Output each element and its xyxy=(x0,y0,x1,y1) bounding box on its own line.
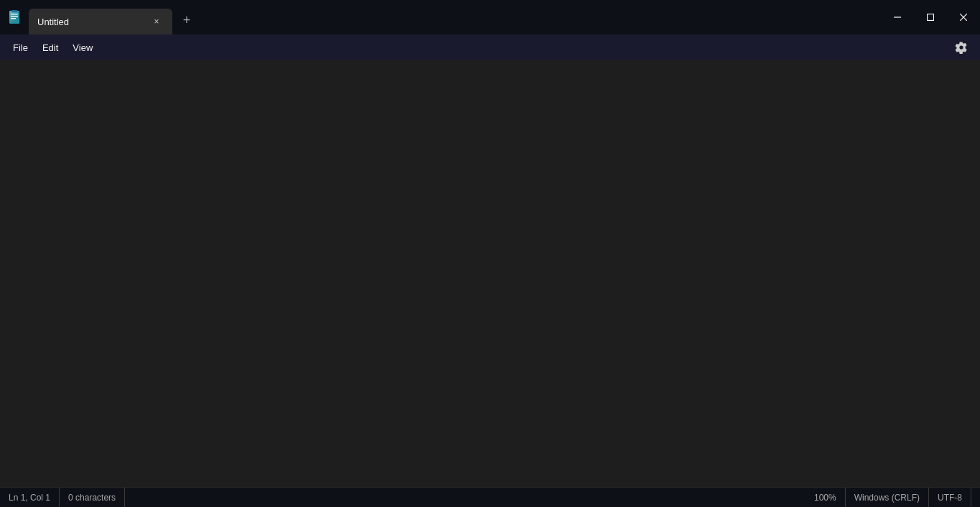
maximize-icon xyxy=(927,14,934,21)
svg-rect-3 xyxy=(11,16,18,17)
line-ending[interactable]: Windows (CRLF) xyxy=(846,488,929,507)
status-bar: Ln 1, Col 1 0 characters 100% Windows (C… xyxy=(0,487,980,507)
minimize-button[interactable] xyxy=(881,0,914,34)
new-tab-button[interactable]: + xyxy=(175,9,198,32)
svg-rect-4 xyxy=(11,18,16,19)
minimize-icon xyxy=(894,14,901,21)
svg-rect-7 xyxy=(928,14,934,21)
settings-icon xyxy=(955,41,968,54)
menu-file[interactable]: File xyxy=(6,39,35,56)
cursor-position[interactable]: Ln 1, Col 1 xyxy=(9,488,60,507)
active-tab[interactable]: Untitled × xyxy=(29,9,172,34)
settings-button[interactable] xyxy=(948,37,974,57)
tab-title: Untitled xyxy=(37,17,144,27)
editor-area xyxy=(0,60,980,487)
close-icon xyxy=(960,14,967,21)
close-button[interactable] xyxy=(947,0,980,34)
svg-rect-2 xyxy=(11,14,18,15)
menu-edit[interactable]: Edit xyxy=(35,39,65,56)
svg-rect-1 xyxy=(9,11,19,24)
character-count[interactable]: 0 characters xyxy=(60,488,125,507)
tab-area: Untitled × + xyxy=(29,0,881,34)
app-icon xyxy=(0,0,29,34)
maximize-button[interactable] xyxy=(914,0,947,34)
window-controls xyxy=(881,0,980,34)
editor-textarea[interactable] xyxy=(0,60,980,487)
menu-bar: File Edit View xyxy=(0,34,980,60)
svg-rect-5 xyxy=(11,10,17,12)
title-bar: Untitled × + xyxy=(0,0,980,34)
tab-close-button[interactable]: × xyxy=(149,14,164,29)
zoom-level[interactable]: 100% xyxy=(806,488,846,507)
notepad-icon xyxy=(7,10,22,24)
encoding[interactable]: UTF-8 xyxy=(929,488,971,507)
menu-view[interactable]: View xyxy=(65,39,100,56)
